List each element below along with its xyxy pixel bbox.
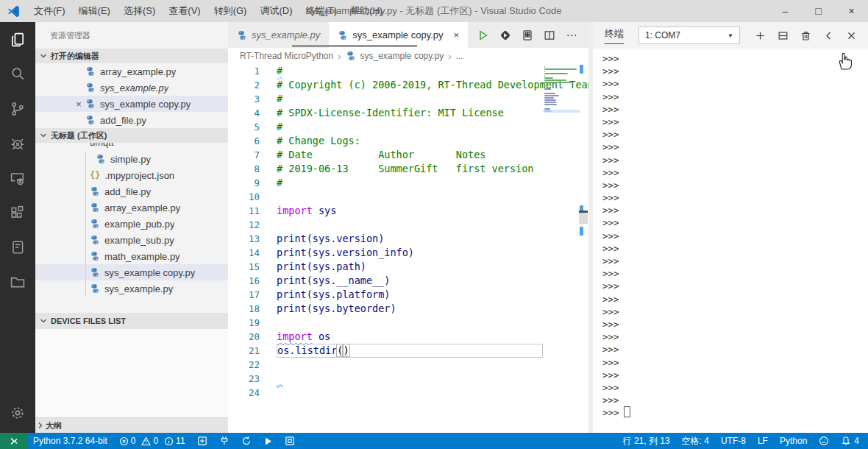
notifications-bell[interactable]: 4 xyxy=(835,433,868,449)
workspace-file-item[interactable]: array_example.py xyxy=(35,199,228,216)
terminal-device-dropdown[interactable]: 1: COM7 ▼ xyxy=(638,26,740,44)
open-editor-item[interactable]: array_example.py xyxy=(35,63,228,79)
search-icon[interactable] xyxy=(0,57,35,91)
debug-icon[interactable] xyxy=(0,126,35,160)
sidebar-gap xyxy=(35,297,228,313)
open-editor-item[interactable]: ×sys_example copy.py xyxy=(35,96,228,112)
line-number: 2 xyxy=(228,78,277,92)
notebook-icon[interactable] xyxy=(0,230,35,264)
workspace-file-item[interactable]: {}.mpyproject.json xyxy=(35,167,228,183)
terminal-cursor xyxy=(624,406,630,417)
clipped-folder-row[interactable]: umqtt xyxy=(35,143,228,151)
python-file-icon xyxy=(90,186,100,197)
workspace-file-item[interactable]: sys_example copy.py xyxy=(35,264,228,280)
language-mode-status[interactable]: Python xyxy=(774,433,813,449)
close-panel-icon[interactable] xyxy=(842,30,861,41)
source-control-icon[interactable] xyxy=(0,91,35,126)
workspace-file-item[interactable]: example_pub.py xyxy=(35,216,228,232)
code-line-22: 22 xyxy=(228,358,588,372)
run-button[interactable] xyxy=(257,433,279,449)
encoding-status[interactable]: UTF-8 xyxy=(715,433,752,449)
minimize-button[interactable]: – xyxy=(769,0,802,22)
close-button[interactable]: × xyxy=(835,0,868,22)
feedback-smiley-icon[interactable] xyxy=(813,433,835,449)
split-terminal-icon[interactable] xyxy=(773,30,792,41)
remote-indicator[interactable] xyxy=(0,433,27,449)
kill-terminal-icon[interactable] xyxy=(796,30,815,41)
menu-item-1[interactable]: 编辑(E) xyxy=(72,0,117,22)
workspace-file-item[interactable]: math_example.py xyxy=(35,248,228,264)
editor-tab-0[interactable]: sys_example.py xyxy=(228,22,329,48)
overview-ruler[interactable] xyxy=(579,64,588,433)
open-editors-list: array_example.pysys_example.py×sys_examp… xyxy=(35,63,228,128)
file-label: array_example.py xyxy=(100,66,176,77)
file-label: sys_example copy.py xyxy=(100,99,191,110)
sidebar-title: 资源管理器 xyxy=(35,22,228,49)
explorer-icon[interactable] xyxy=(0,22,35,57)
folder-item-umqtt[interactable]: umqtt xyxy=(90,143,114,151)
menu-item-3[interactable]: 查看(V) xyxy=(162,0,207,22)
collapse-panel-icon[interactable] xyxy=(819,30,838,41)
build-download-icon[interactable] xyxy=(494,29,516,41)
menu-item-5[interactable]: 调试(D) xyxy=(253,0,299,22)
maximize-button[interactable]: □ xyxy=(802,0,835,22)
sync-button[interactable] xyxy=(235,433,257,449)
code-area[interactable]: 1#2# Copyright (c) 2006-2019, RT-Thread … xyxy=(228,64,588,433)
terminal-output[interactable]: >>>>>>>>>>>>>>>>>>>>>>>>>>>>>>>>>>>>>>>>… xyxy=(593,49,868,433)
breadcrumb-file[interactable]: sys_example copy.py xyxy=(360,51,444,61)
new-terminal-icon[interactable] xyxy=(750,30,769,41)
breadcrumb-root[interactable]: RT-Thread MicroPython xyxy=(240,51,333,61)
line-number: 14 xyxy=(228,246,277,260)
remote-device-icon[interactable] xyxy=(0,160,35,195)
terminal-tab[interactable]: 终端 xyxy=(605,27,624,44)
outline-header[interactable]: 大纲 xyxy=(35,417,228,433)
terminal-prompt-row: >>> xyxy=(602,280,868,292)
device-files-header-label: DEVICE FILES LIST xyxy=(51,317,126,325)
open-editor-item[interactable]: add_file.py xyxy=(35,112,228,128)
code-line-8: 8# 2019-06-13 SummerGift first version xyxy=(228,162,588,176)
window-controls: – □ × xyxy=(769,0,868,22)
connect-device-button[interactable] xyxy=(213,433,235,449)
editor-tab-1[interactable]: sys_example copy.py× xyxy=(329,22,468,48)
menu-item-2[interactable]: 选择(S) xyxy=(117,0,162,22)
add-board-button[interactable] xyxy=(191,433,213,449)
close-tab-icon[interactable]: × xyxy=(454,29,460,40)
breadcrumb-more[interactable]: ... xyxy=(456,51,463,61)
panel-header: 终端 1: COM7 ▼ xyxy=(593,22,868,49)
minimap[interactable] xyxy=(544,66,578,119)
terminal-prompt-row: >>> xyxy=(602,141,868,153)
breadcrumb-separator: › xyxy=(448,51,451,62)
activity-bar xyxy=(0,22,35,433)
terminal-input-row[interactable]: >>> xyxy=(602,406,868,419)
workspace-file-item[interactable]: simple.py xyxy=(35,151,228,167)
chevron-down-icon xyxy=(38,130,49,141)
workspace-file-item[interactable]: add_file.py xyxy=(35,183,228,199)
close-editor-icon[interactable]: × xyxy=(72,99,85,110)
eol-status[interactable]: LF xyxy=(752,433,774,449)
settings-gear-icon[interactable] xyxy=(0,395,35,430)
breadcrumb[interactable]: RT-Thread MicroPython › sys_example copy… xyxy=(228,48,588,64)
workspace-file-item[interactable]: sys_example.py xyxy=(35,280,228,297)
python-file-icon xyxy=(90,251,100,261)
cursor-position-status[interactable]: 行 21, 列 13 xyxy=(617,433,676,449)
menu-item-0[interactable]: 文件(F) xyxy=(27,0,72,22)
workspace-file-item[interactable]: example_sub.py xyxy=(35,232,228,248)
open-editors-header[interactable]: 打开的编辑器 xyxy=(35,49,228,63)
stop-button[interactable] xyxy=(279,433,301,449)
open-editor-item[interactable]: sys_example.py xyxy=(35,79,228,96)
folder-icon[interactable] xyxy=(0,264,35,299)
run-code-icon[interactable] xyxy=(472,29,494,41)
code-line-18: 18print(sys.byteorder) xyxy=(228,302,588,316)
python-interpreter-status[interactable]: Python 3.7.2 64-bit xyxy=(27,433,113,449)
scrollbar-thumb[interactable] xyxy=(579,213,588,224)
split-editor-icon[interactable] xyxy=(538,29,561,41)
open-preview-icon[interactable] xyxy=(516,29,538,41)
workspace-header[interactable]: 无标题 (工作区) xyxy=(35,128,228,143)
indentation-status[interactable]: 空格: 4 xyxy=(676,433,715,449)
tab-strip-scrollbar[interactable] xyxy=(292,45,417,47)
menu-item-4[interactable]: 转到(G) xyxy=(207,0,254,22)
device-files-header[interactable]: DEVICE FILES LIST xyxy=(35,313,228,329)
problems-status[interactable]: 0 0 11 xyxy=(113,433,191,449)
more-actions-icon[interactable]: ⋯ xyxy=(561,29,583,42)
extensions-icon[interactable] xyxy=(0,195,35,230)
